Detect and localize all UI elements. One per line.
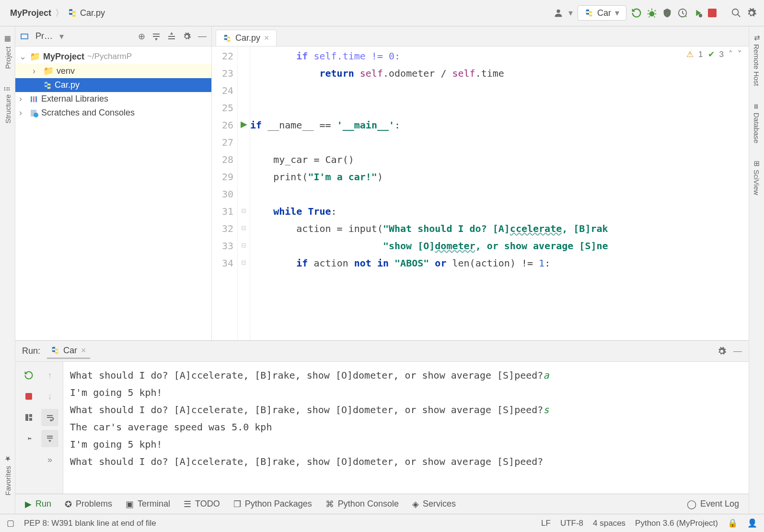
navigation-bar: MyProject 〉 Car.py ▾ Car ▾ (0, 0, 764, 26)
editor-tab-car[interactable]: Car.py × (216, 30, 277, 46)
project-view-icon[interactable] (20, 32, 29, 41)
tree-external-libraries[interactable]: › External Libraries (15, 92, 211, 106)
python-file-icon (223, 34, 232, 43)
svg-rect-14 (29, 414, 32, 417)
sidebar-tab-sciview[interactable]: ⊞SciView (752, 157, 761, 199)
fold-gutter[interactable]: ▶⊟⊟⊟⊟ (238, 46, 250, 340)
breadcrumb-project[interactable]: MyProject (7, 8, 54, 18)
run-tool-window: Run: Car × — ↑ ↓ (15, 340, 749, 494)
sidebar-tab-remote-host[interactable]: ⇅Remote Host (752, 31, 761, 90)
code-editor[interactable]: 22232425262728293031323334 ▶⊟⊟⊟⊟ if self… (212, 46, 749, 340)
chevron-down-icon[interactable]: ˅ (738, 49, 742, 59)
minimize-button[interactable]: — (733, 346, 742, 356)
left-tool-stripe: Project▦ Structure⠿ Favorites★ (0, 26, 15, 514)
status-indent[interactable]: 4 spaces (593, 519, 625, 528)
scroll-to-end-button[interactable] (41, 430, 58, 447)
terminal-icon: ▣ (126, 499, 134, 509)
tool-windows-icon[interactable]: ▢ (7, 518, 14, 528)
chevron-down-icon[interactable]: ▾ (568, 8, 573, 18)
more-button[interactable]: » (41, 451, 58, 468)
up-button[interactable]: ↑ (41, 367, 58, 384)
pin-button[interactable] (20, 430, 37, 447)
run-config-selector[interactable]: Car ▾ (578, 5, 626, 21)
coverage-button[interactable] (662, 8, 672, 18)
gear-icon[interactable] (183, 32, 191, 41)
sidebar-tab-favorites[interactable]: Favorites★ (3, 451, 12, 499)
layout-button[interactable] (20, 409, 37, 426)
status-line-sep[interactable]: LF (541, 519, 551, 528)
gear-icon[interactable] (717, 347, 727, 356)
tree-venv[interactable]: › 📁 venv (15, 64, 211, 78)
svg-rect-12 (25, 393, 32, 400)
status-sdk[interactable]: Python 3.6 (MyProject) (635, 519, 718, 528)
sidebar-tab-structure[interactable]: Structure⠿ (3, 82, 12, 127)
run-config-label: Car (597, 8, 611, 18)
library-icon (30, 95, 38, 104)
rerun-button[interactable] (631, 8, 642, 18)
tree-file-label: Car.py (55, 80, 80, 90)
run-anything-button[interactable] (693, 8, 703, 18)
console-output[interactable]: What should I do? [A]ccelerate, [B]rake,… (63, 362, 749, 494)
collapse-all-button[interactable] (167, 32, 176, 41)
lock-icon[interactable]: 🔒 (728, 518, 738, 528)
close-icon[interactable]: × (81, 346, 86, 356)
search-button[interactable] (731, 8, 741, 18)
editor-tabs: Car.py × (212, 26, 749, 46)
tree-root[interactable]: ⌄ 📁 MyProject ~/PycharmP (15, 49, 211, 64)
chevron-up-icon[interactable]: ˄ (729, 49, 733, 59)
tool-tab-todo[interactable]: ☰TODO (184, 499, 220, 509)
run-toolbar: ↑ ↓ » (15, 362, 63, 494)
python-icon: ⌘ (325, 499, 334, 509)
breadcrumb-file[interactable]: Car.py (65, 8, 108, 18)
soft-wrap-button[interactable] (41, 409, 58, 426)
sidebar-tab-database[interactable]: ≣Database (752, 100, 761, 147)
inspection-widget[interactable]: ⚠1 ✔3 ˄ ˅ (686, 49, 742, 59)
checkmark-icon: ✔ (708, 49, 715, 59)
svg-rect-6 (21, 34, 28, 39)
minimize-button[interactable]: — (198, 31, 207, 41)
bottom-tool-tabs: ▶Run ✪Problems ▣Terminal ☰TODO ❒Python P… (15, 494, 749, 514)
inspector-icon[interactable]: 👤 (747, 518, 757, 528)
tool-tab-python-console[interactable]: ⌘Python Console (325, 499, 399, 509)
packages-icon: ❒ (233, 499, 241, 509)
project-view-label[interactable]: Pr… (35, 31, 53, 41)
problems-icon: ✪ (65, 499, 72, 509)
run-header-label: Run: (22, 346, 40, 356)
status-encoding[interactable]: UTF-8 (560, 519, 583, 528)
chevron-down-icon[interactable]: ▾ (59, 31, 64, 42)
tool-tab-event-log[interactable]: ◯Event Log (687, 499, 739, 509)
settings-button[interactable] (746, 8, 757, 18)
warning-icon: ⚠ (686, 49, 694, 59)
locate-button[interactable]: ⊕ (138, 31, 145, 42)
project-tool-window: Pr… ▾ ⊕ — ⌄ 📁 MyProject ~/PycharmP (15, 26, 212, 340)
user-icon[interactable] (553, 8, 564, 18)
stop-button[interactable] (20, 388, 37, 405)
editor-area: Car.py × 22232425262728293031323334 ▶⊟⊟⊟… (212, 26, 749, 340)
tool-tab-problems[interactable]: ✪Problems (65, 499, 112, 509)
close-icon[interactable]: × (264, 33, 269, 43)
tool-tab-run[interactable]: ▶Run (25, 499, 51, 509)
down-button[interactable]: ↓ (41, 388, 58, 405)
folder-icon: 📁 (43, 66, 54, 76)
stop-button[interactable] (708, 9, 717, 17)
tool-tab-python-packages[interactable]: ❒Python Packages (233, 499, 312, 509)
tree-scratches[interactable]: › Scratches and Consoles (15, 106, 211, 120)
expand-all-button[interactable] (152, 32, 161, 41)
debug-button[interactable] (647, 8, 657, 18)
python-file-icon (43, 81, 52, 90)
event-log-icon: ◯ (687, 499, 696, 509)
svg-rect-13 (25, 414, 28, 421)
ok-count: 3 (719, 50, 724, 59)
tree-file-car[interactable]: Car.py (15, 78, 211, 92)
svg-point-11 (34, 113, 38, 117)
profile-button[interactable] (677, 8, 688, 18)
tool-tab-terminal[interactable]: ▣Terminal (126, 499, 170, 509)
run-tab[interactable]: Car × (47, 344, 90, 359)
rerun-button[interactable] (20, 367, 37, 384)
code-lines[interactable]: if self.time != 0: return self.odometer … (250, 46, 749, 340)
status-message: PEP 8: W391 blank line at end of file (24, 519, 156, 528)
svg-rect-8 (33, 96, 35, 102)
sidebar-tab-project[interactable]: Project▦ (3, 31, 12, 73)
run-tab-label: Car (63, 346, 77, 356)
tool-tab-services[interactable]: ◈Services (412, 499, 456, 509)
